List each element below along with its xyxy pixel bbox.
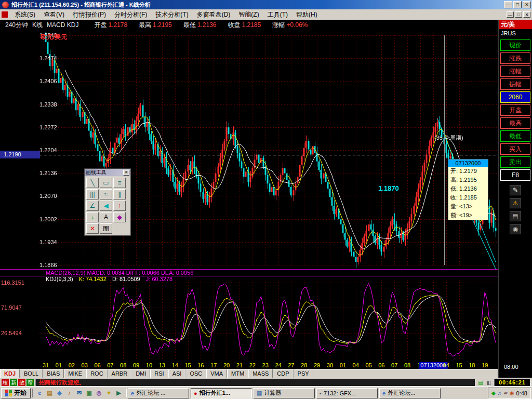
down-arrow-tool[interactable]: ↓ <box>86 212 99 222</box>
tab-mass[interactable]: MASS <box>248 369 273 378</box>
tab-asi[interactable]: ASI <box>168 369 186 378</box>
tab-cdp[interactable]: CDP <box>273 369 293 378</box>
kdj-indicator-chart[interactable] <box>0 270 499 362</box>
draw-tools-palette[interactable]: 画线工具 ✕ ╲▭≡|||≈∥∠◀↑↓A◆✕圈 <box>84 168 131 236</box>
sidebar-item-2060[interactable]: 2060 <box>500 91 530 103</box>
status-quick-button[interactable]: 新 <box>10 379 17 386</box>
date-label[interactable]: 14 <box>443 362 449 369</box>
horizontal-lines-tool[interactable]: ≡ <box>113 178 126 188</box>
circle-tool[interactable]: 圈 <box>100 223 112 234</box>
close-icon[interactable]: ✕ <box>123 170 129 176</box>
date-label[interactable]: 03 <box>82 362 88 369</box>
date-label[interactable]: 02 <box>69 362 75 369</box>
date-label[interactable]: 01 <box>340 362 346 369</box>
parallel-lines-tool[interactable]: ∥ <box>113 189 126 200</box>
date-label[interactable]: 09 <box>133 362 139 369</box>
left-arrow-tool[interactable]: ◀ <box>100 201 112 211</box>
date-label[interactable]: 27 <box>288 362 294 369</box>
tab-rsi[interactable]: RSI <box>150 369 168 378</box>
tab-mike[interactable]: MIKE <box>64 369 86 378</box>
palette-title-bar[interactable]: 画线工具 ✕ <box>85 169 130 176</box>
delete-tool[interactable]: ✕ <box>86 223 99 234</box>
date-label[interactable]: 06 <box>378 362 384 369</box>
connection-icon[interactable]: ◧ <box>485 379 493 386</box>
date-label[interactable]: 13 <box>159 362 165 369</box>
player-icon[interactable]: ◎ <box>95 389 103 397</box>
sidebar-item-开盘[interactable]: 开盘 <box>500 104 530 116</box>
menu-item[interactable]: 分时分析(F) <box>110 9 151 20</box>
task-button[interactable]: ▦计算器 <box>254 388 315 398</box>
sidebar-item-最低[interactable]: 最低 <box>500 130 530 142</box>
tab-kdj[interactable]: KDJ <box>0 369 20 378</box>
close-button[interactable]: ✕ <box>523 1 531 8</box>
child-minimize-button[interactable]: — <box>507 11 514 18</box>
task-button[interactable]: ●招行外汇1... <box>191 388 252 398</box>
sidebar-item-涨幅[interactable]: 涨幅 <box>500 65 530 77</box>
ktype-label[interactable]: K线 <box>32 21 43 30</box>
tab-dmi[interactable]: DMI <box>131 369 150 378</box>
media-icon[interactable]: ♪ <box>65 389 74 397</box>
status-quick-button[interactable]: 散 <box>18 379 25 386</box>
pencil-icon[interactable]: ✎ <box>510 185 521 195</box>
sidebar-item-卖出[interactable]: 卖出 <box>500 156 530 168</box>
start-button[interactable]: 开始 <box>1 388 31 398</box>
up-arrow-tool[interactable]: ↑ <box>113 201 126 211</box>
minimize-button[interactable]: — <box>504 1 512 8</box>
run-icon[interactable]: ▶ <box>114 389 123 397</box>
tab-roc[interactable]: ROC <box>86 369 107 378</box>
menu-item[interactable]: 工具(T) <box>263 9 292 20</box>
date-label[interactable]: 04 <box>353 362 359 369</box>
feed-icon[interactable]: ▤ <box>477 379 484 386</box>
child-close-button[interactable]: ✕ <box>523 11 530 18</box>
sidebar-item-现价[interactable]: 现价 <box>500 39 530 51</box>
vertical-lines-tool[interactable]: ||| <box>86 189 99 200</box>
date-label[interactable]: 08 <box>404 362 410 369</box>
date-label[interactable]: 24 <box>275 362 281 369</box>
sidebar-item-买入[interactable]: 买入 <box>500 143 530 155</box>
app-icon[interactable]: ▣ <box>85 389 94 397</box>
indicators-label[interactable]: MACD KDJ <box>47 21 78 29</box>
status-quick-button[interactable]: 帮 <box>26 379 34 386</box>
task-icon[interactable]: ▰ <box>503 390 508 397</box>
folder-icon[interactable]: ▤ <box>45 389 54 397</box>
date-label[interactable]: 30 <box>327 362 333 369</box>
menu-item[interactable]: 系统(S) <box>10 9 39 20</box>
tab-vma[interactable]: VMA <box>206 369 227 378</box>
candlestick-chart[interactable] <box>0 30 499 270</box>
brush-tool[interactable]: ◆ <box>113 212 126 222</box>
date-label[interactable]: 10 <box>146 362 152 369</box>
period-label[interactable]: 240分钟 <box>5 21 28 30</box>
menu-item[interactable]: 查看(V) <box>39 9 69 20</box>
tab-psy[interactable]: PSY <box>294 369 313 378</box>
task-button[interactable]: e外汇论坛... <box>379 388 441 398</box>
date-label[interactable]: 23 <box>262 362 269 369</box>
tab-osc[interactable]: OSC <box>185 369 206 378</box>
status-quick-button[interactable]: 核 <box>2 379 9 386</box>
child-restore-button[interactable]: □ <box>515 11 522 18</box>
sidebar-item-最高[interactable]: 最高 <box>500 117 530 129</box>
target-icon[interactable]: ◉ <box>510 224 521 234</box>
date-label[interactable]: 05 <box>365 362 371 369</box>
tab-boll[interactable]: BOLL <box>20 369 43 378</box>
date-label[interactable]: 07 <box>391 362 397 369</box>
sidebar-item-F8[interactable]: F8 <box>500 169 530 181</box>
tool-icon[interactable]: ✦ <box>104 389 113 397</box>
date-label[interactable]: 20 <box>223 362 230 369</box>
date-label[interactable]: 15 <box>456 362 462 369</box>
tab-arbr[interactable]: ARBR <box>108 369 132 378</box>
date-label[interactable]: 07 <box>107 362 113 369</box>
date-label[interactable]: 21 <box>236 362 243 369</box>
maximize-button[interactable]: □ <box>513 1 522 8</box>
text-tool[interactable]: A <box>100 212 112 222</box>
date-label[interactable]: 19 <box>482 362 488 369</box>
date-label[interactable]: 31 <box>43 362 49 369</box>
menu-item[interactable]: 多窗看盘(D) <box>193 9 235 20</box>
date-label[interactable]: 17 <box>210 362 217 369</box>
menu-item[interactable]: 技术分析(T) <box>151 9 192 20</box>
trend-line-tool[interactable]: ╲ <box>86 178 99 188</box>
date-label[interactable]: 28 <box>301 362 307 369</box>
date-label[interactable]: 14 <box>172 362 178 369</box>
link-icon[interactable]: ◆ <box>491 390 496 397</box>
task-button[interactable]: ▪7132: GFX... <box>316 388 378 398</box>
date-label[interactable]: 01 <box>56 362 62 369</box>
